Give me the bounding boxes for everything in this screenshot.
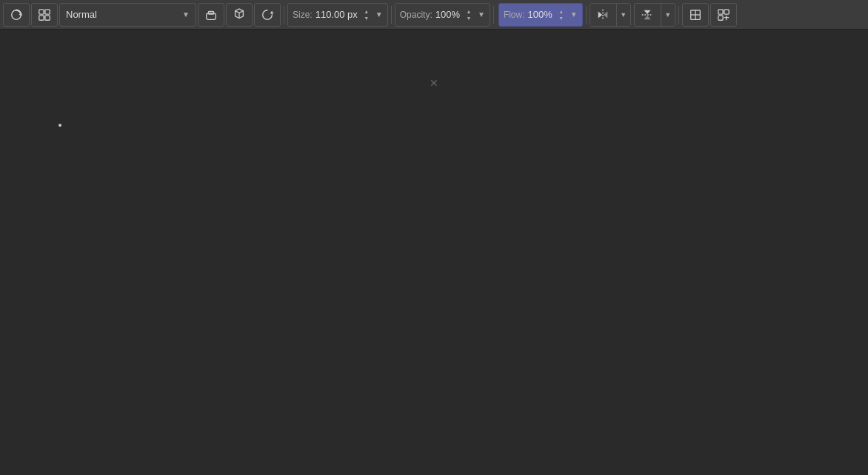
svg-rect-2	[39, 9, 44, 13]
separator-4	[586, 6, 587, 24]
flow-value: 100%	[528, 9, 552, 20]
canvas-area[interactable]: ✕	[0, 30, 868, 475]
separator-5	[678, 6, 679, 24]
mirror-v-dropdown[interactable]: ▼	[661, 3, 675, 27]
size-down-arrow[interactable]: ▼	[362, 15, 371, 21]
clone-stamp-button[interactable]	[226, 3, 253, 27]
size-up-arrow[interactable]: ▲	[362, 8, 371, 15]
mirror-h-dropdown[interactable]: ▼	[617, 3, 630, 27]
size-label: Size:	[293, 10, 313, 20]
size-dropdown-icon: ▼	[375, 10, 383, 19]
main-toolbar: Normal ▼ Size: 110.00 px ▲ ▼ ▼	[0, 0, 868, 30]
reset-button[interactable]	[254, 3, 281, 27]
flow-group[interactable]: Flow: 100% ▲ ▼ ▼	[498, 3, 583, 27]
svg-marker-1	[19, 12, 23, 16]
opacity-down-arrow[interactable]: ▼	[464, 15, 473, 21]
mirror-horizontal-button[interactable]	[590, 3, 617, 27]
separator-1	[284, 6, 284, 24]
svg-rect-10	[718, 9, 723, 13]
mirror-v-arrow: ▼	[664, 11, 671, 19]
separator-2	[391, 6, 392, 24]
blend-mode-dropdown[interactable]: Normal ▼	[59, 3, 196, 27]
dropdown-arrow-icon: ▼	[182, 10, 190, 19]
mirror-vertical-button[interactable]	[635, 3, 661, 27]
svg-rect-4	[39, 15, 44, 19]
canvas-crosshair: ✕	[430, 77, 438, 89]
opacity-value: 100%	[435, 9, 460, 20]
flow-dropdown-icon: ▼	[570, 10, 578, 19]
mirror-v-group: ▼	[634, 3, 675, 27]
opacity-label: Opacity:	[400, 10, 433, 20]
opacity-spinners: ▲ ▼	[464, 8, 473, 21]
cursor-indicator	[59, 124, 61, 127]
opacity-up-arrow[interactable]: ▲	[464, 8, 473, 15]
wrap-button[interactable]	[682, 3, 709, 27]
size-spinners: ▲ ▼	[362, 8, 371, 21]
tool-grid-icon[interactable]	[31, 3, 58, 27]
blend-mode-label: Normal	[66, 9, 97, 20]
flow-up-arrow[interactable]: ▲	[557, 8, 566, 15]
separator-3	[493, 6, 494, 24]
size-group[interactable]: Size: 110.00 px ▲ ▼ ▼	[287, 3, 388, 27]
flow-label: Flow:	[504, 10, 525, 20]
tool-icon-1[interactable]	[3, 3, 30, 27]
eraser-button[interactable]	[198, 3, 224, 27]
flow-spinners: ▲ ▼	[557, 8, 566, 21]
opacity-dropdown-icon: ▼	[478, 10, 485, 19]
svg-rect-3	[45, 9, 50, 13]
svg-rect-11	[724, 9, 729, 13]
svg-rect-7	[208, 11, 213, 14]
mirror-group: ▼	[590, 3, 631, 27]
flow-down-arrow[interactable]: ▼	[557, 15, 566, 21]
opacity-group[interactable]: Opacity: 100% ▲ ▼ ▼	[395, 3, 490, 27]
symmetry-button[interactable]	[710, 3, 737, 27]
mirror-h-arrow: ▼	[620, 11, 627, 19]
svg-rect-5	[45, 15, 50, 19]
svg-marker-8	[270, 10, 274, 14]
size-value: 110.00 px	[316, 9, 358, 20]
svg-rect-12	[718, 15, 723, 19]
